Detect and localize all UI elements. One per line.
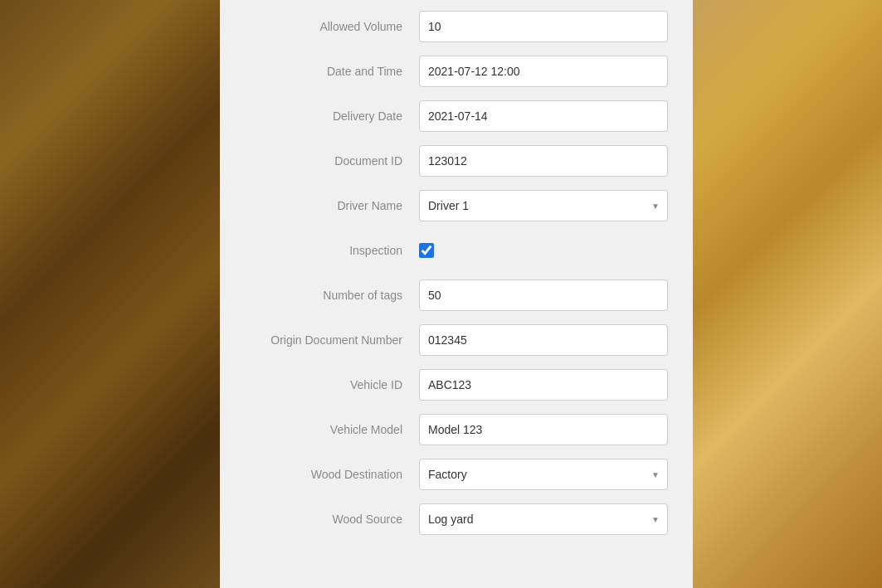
select-driver-name[interactable]: Driver 1 Driver 2 Driver 3 (419, 190, 668, 221)
label-wood-destination: Wood Destination (245, 468, 419, 481)
background-left (0, 0, 220, 588)
label-delivery-date: Delivery Date (245, 109, 419, 123)
label-origin-document-number: Origin Document Number (245, 333, 419, 347)
field-row-wood-source: Wood Source Log yard Forest Supplier (245, 501, 668, 537)
form-panel: Allowed Volume Date and Time Delivery Da… (220, 0, 693, 588)
field-row-driver-name: Driver Name Driver 1 Driver 2 Driver 3 (245, 187, 668, 224)
field-row-origin-document-number: Origin Document Number (245, 322, 668, 358)
input-vehicle-model[interactable] (419, 414, 668, 445)
input-delivery-date[interactable] (419, 100, 668, 132)
select-wrapper-wood-source: Log yard Forest Supplier (419, 503, 668, 535)
field-row-inspection: Inspection (245, 232, 668, 269)
select-wood-destination[interactable]: Factory Warehouse Processing Plant (419, 459, 668, 490)
field-row-number-of-tags: Number of tags (245, 277, 668, 313)
field-row-vehicle-model: Vehicle Model (245, 411, 668, 448)
label-date-and-time: Date and Time (245, 65, 419, 78)
field-row-delivery-date: Delivery Date (245, 98, 668, 134)
label-number-of-tags: Number of tags (245, 289, 419, 302)
select-wrapper-wood-destination: Factory Warehouse Processing Plant (419, 459, 668, 490)
input-date-and-time[interactable] (419, 56, 668, 87)
select-wrapper-driver-name: Driver 1 Driver 2 Driver 3 (419, 190, 668, 221)
input-origin-document-number[interactable] (419, 324, 668, 356)
label-driver-name: Driver Name (245, 199, 419, 212)
label-vehicle-id: Vehicle ID (245, 378, 419, 391)
label-inspection: Inspection (245, 244, 419, 257)
input-vehicle-id[interactable] (419, 369, 668, 401)
field-row-document-id: Document ID (245, 143, 668, 179)
label-vehicle-model: Vehicle Model (245, 423, 419, 436)
label-wood-source: Wood Source (245, 513, 419, 526)
field-row-allowed-volume: Allowed Volume (245, 8, 668, 45)
field-row-wood-destination: Wood Destination Factory Warehouse Proce… (245, 456, 668, 493)
input-allowed-volume[interactable] (419, 11, 668, 42)
input-document-id[interactable] (419, 145, 668, 177)
select-wood-source[interactable]: Log yard Forest Supplier (419, 503, 668, 535)
input-number-of-tags[interactable] (419, 279, 668, 311)
field-row-vehicle-id: Vehicle ID (245, 367, 668, 403)
checkbox-inspection[interactable] (419, 243, 434, 258)
field-row-date-and-time: Date and Time (245, 53, 668, 90)
background-right (691, 0, 882, 588)
label-document-id: Document ID (245, 154, 419, 168)
label-allowed-volume: Allowed Volume (245, 20, 419, 33)
